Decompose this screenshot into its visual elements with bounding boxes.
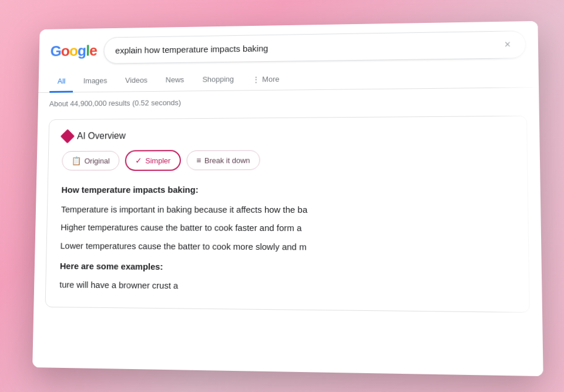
ai-content-subline: ture will have a browner crust a [59,277,514,296]
tab-images[interactable]: Images [75,70,115,92]
more-label: More [262,75,279,83]
mode-btn-simpler[interactable]: ✓ Simpler [125,150,181,171]
tab-shopping[interactable]: Shopping [194,69,242,91]
more-dots-icon: ⋮ [252,75,260,83]
mode-buttons: 📋 Original ✓ Simpler ≡ Break it down [62,148,512,171]
break-it-down-label: Break it down [204,156,250,165]
tab-news[interactable]: News [157,69,192,92]
ai-content-line-1: Temperature is important in baking becau… [61,202,513,217]
search-bar-area: Google explain how temperature impacts b… [39,21,538,71]
ai-content-line-2: Higher temperatures cause the batter to … [61,220,513,236]
tab-videos[interactable]: Videos [117,70,155,92]
mode-btn-break-it-down[interactable]: ≡ Break it down [186,150,260,170]
ai-overview-title: AI Overview [77,130,126,141]
ai-content-subheading: Here are some examples: [60,258,514,276]
ai-overview-box: AI Overview 📋 Original ✓ Simpler ≡ Break… [45,115,530,312]
mode-btn-original[interactable]: 📋 Original [62,150,119,170]
break-it-down-icon: ≡ [196,155,201,165]
tab-all[interactable]: All [49,71,73,92]
google-logo: Google [50,42,97,60]
results-area: About 44,900,000 results (0.52 seconds) … [33,88,542,323]
ai-content: How temperature impacts baking: Temperat… [59,182,514,296]
ai-overview-header: AI Overview [62,128,512,141]
ai-content-heading: How temperature impacts baking: [61,182,513,197]
tab-more[interactable]: ⋮ More [244,69,288,89]
search-query-text: explain how temperature impacts baking [115,39,502,55]
close-icon[interactable]: × [502,37,513,52]
fade-bottom-overlay [32,320,543,376]
browser-window: Google explain how temperature impacts b… [32,21,543,376]
search-input-wrapper[interactable]: explain how temperature impacts baking × [103,31,526,64]
ai-content-line-3: Lower temperatures cause the batter to c… [60,238,513,256]
original-icon: 📋 [72,156,82,165]
simpler-check-icon: ✓ [135,156,142,165]
simpler-label: Simpler [145,156,170,165]
results-count: About 44,900,000 results (0.52 seconds) [49,95,527,108]
ai-diamond-icon [61,129,75,143]
original-label: Original [85,156,110,165]
